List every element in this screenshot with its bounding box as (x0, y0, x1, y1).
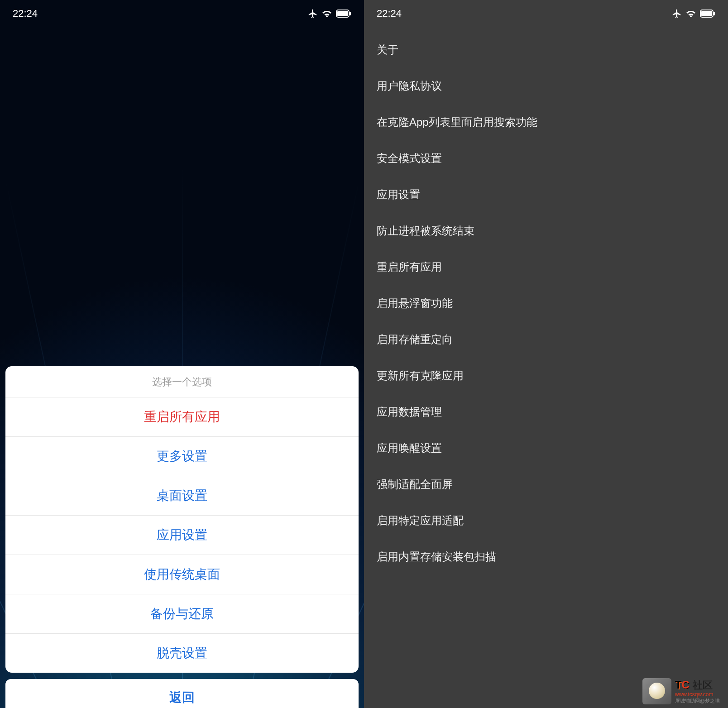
status-bar: 22:24 (364, 0, 728, 27)
settings-item-app-settings[interactable]: 应用设置 (364, 177, 728, 213)
settings-item-storage-redirect[interactable]: 启用存储重定向 (364, 321, 728, 358)
action-sheet-list: 选择一个选项 重启所有应用 更多设置 桌面设置 应用设置 使用传统桌面 备份与还… (5, 366, 359, 673)
svg-rect-2 (350, 12, 351, 15)
watermark-tagline: 屠城辅助网@梦之喵 (675, 698, 720, 704)
svg-rect-4 (701, 11, 712, 16)
status-time: 22:24 (377, 8, 402, 19)
settings-item-privacy[interactable]: 用户隐私协议 (364, 68, 728, 104)
option-desktop-settings[interactable]: 桌面设置 (5, 476, 359, 516)
screen-right: 22:24 关于 用户隐私协议 在克隆App列表里面启用搜索功能 安全模式设置 … (364, 0, 728, 708)
settings-item-prevent-kill[interactable]: 防止进程被系统结束 (364, 213, 728, 249)
watermark-logo-icon (642, 678, 671, 704)
settings-item-update-clones[interactable]: 更新所有克隆应用 (364, 358, 728, 394)
settings-item-specific-adapt[interactable]: 启用特定应用适配 (364, 502, 728, 539)
wifi-icon (321, 9, 332, 18)
settings-item-clone-search[interactable]: 在克隆App列表里面启用搜索功能 (364, 104, 728, 140)
svg-rect-5 (714, 12, 715, 15)
settings-item-safe-mode[interactable]: 安全模式设置 (364, 140, 728, 177)
option-backup-restore[interactable]: 备份与还原 (5, 594, 359, 634)
battery-icon (336, 10, 351, 18)
settings-item-floating-window[interactable]: 启用悬浮窗功能 (364, 285, 728, 321)
watermark-brand-c: C (682, 679, 690, 691)
settings-list: 关于 用户隐私协议 在克隆App列表里面启用搜索功能 安全模式设置 应用设置 防… (364, 27, 728, 575)
settings-item-app-data-mgmt[interactable]: 应用数据管理 (364, 394, 728, 430)
watermark: TC 社区 www.tcsqw.com 屠城辅助网@梦之喵 (642, 678, 720, 704)
wifi-icon (685, 9, 696, 18)
action-sheet: 选择一个选项 重启所有应用 更多设置 桌面设置 应用设置 使用传统桌面 备份与还… (5, 366, 359, 708)
status-bar: 22:24 (0, 0, 364, 27)
status-time: 22:24 (13, 8, 38, 19)
settings-item-restart-all[interactable]: 重启所有应用 (364, 249, 728, 285)
screen-left: 22:24 选择一个选项 重启所有应用 (0, 0, 364, 708)
action-sheet-cancel[interactable]: 返回 (5, 679, 359, 708)
settings-item-wakeup-settings[interactable]: 应用唤醒设置 (364, 430, 728, 466)
watermark-url: www.tcsqw.com (675, 691, 720, 698)
battery-icon (700, 10, 715, 18)
svg-rect-1 (337, 11, 348, 16)
option-more-settings[interactable]: 更多设置 (5, 437, 359, 476)
option-use-traditional-desktop[interactable]: 使用传统桌面 (5, 555, 359, 594)
airplane-icon (672, 9, 682, 19)
settings-item-force-fullscreen[interactable]: 强制适配全面屏 (364, 466, 728, 502)
action-sheet-title: 选择一个选项 (5, 366, 359, 397)
option-unshell-settings[interactable]: 脱壳设置 (5, 634, 359, 673)
settings-item-storage-scan[interactable]: 启用内置存储安装包扫描 (364, 539, 728, 575)
settings-item-about[interactable]: 关于 (364, 32, 728, 68)
option-restart-all-apps[interactable]: 重启所有应用 (5, 397, 359, 437)
airplane-icon (308, 9, 318, 19)
watermark-text: TC 社区 www.tcsqw.com 屠城辅助网@梦之喵 (675, 679, 720, 704)
option-app-settings[interactable]: 应用设置 (5, 516, 359, 555)
